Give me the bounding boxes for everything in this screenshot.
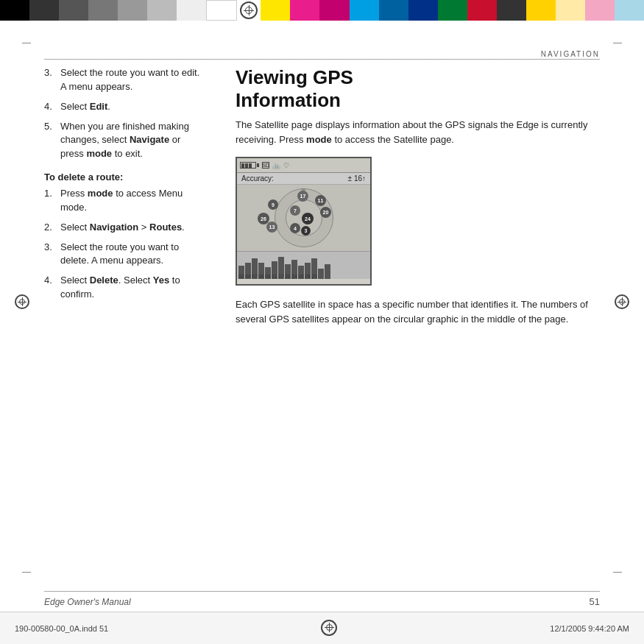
left-crosshair (15, 294, 29, 311)
footer-page-num: 51 (590, 596, 600, 607)
swatch-black2 (497, 0, 526, 21)
swatch-mid (59, 0, 88, 21)
sat-13: 13 (266, 222, 277, 233)
target-crosshair (240, 1, 258, 19)
swatch-yellow (261, 0, 290, 21)
step-text: Press mode to access Menu mode. (60, 187, 206, 215)
swatch-black (0, 0, 29, 21)
right-mark (612, 37, 623, 49)
step-num: 4. (44, 100, 60, 114)
swatch-llgray (147, 0, 177, 21)
nav-divider (44, 59, 600, 60)
accuracy-value: ± 16↑ (348, 174, 366, 183)
right-crosshair (615, 294, 629, 311)
right-column: Viewing GPS Information The Satellite pa… (236, 66, 600, 326)
battery-indicator (240, 162, 259, 169)
swatch-ltpink (585, 0, 615, 21)
footer-manual-title: Edge Owner's Manual (44, 597, 131, 607)
battery-border (240, 162, 256, 169)
left-mark (21, 37, 32, 49)
list-item: 3. Select the route you want to delete. … (44, 241, 206, 269)
step-text: Select Delete. Select Yes to confirm. (60, 274, 206, 302)
step-text: Select Edit. (60, 100, 206, 114)
print-bar: 190-00580-00_0A.indd 51 12/1/2005 9:44:2… (0, 612, 644, 644)
step-num: 2. (44, 221, 60, 235)
step-text: Select the route you want to delete. A m… (60, 241, 206, 269)
color-bar (0, 0, 644, 21)
step-text: When you are finished making changes, se… (60, 120, 206, 162)
swatch-wwhite (206, 0, 237, 21)
left-mark-bottom (21, 566, 32, 578)
swatch-ltcyan (615, 0, 644, 21)
print-date: 12/1/2005 9:44:20 AM (550, 624, 629, 633)
bike-icon: 🚲 (272, 162, 280, 169)
bar-chart: 02 04 07 08 09 11 17 20 24 26 28 29 (237, 251, 370, 279)
navigation-label: Navigation (541, 50, 600, 58)
swatch-gray (88, 0, 118, 21)
heart-icon: ♡ (283, 162, 289, 169)
swatch-dkblue (408, 0, 438, 21)
accuracy-row: Accuracy: ± 16↑ (237, 173, 370, 185)
bat-seg (245, 163, 248, 168)
swatch-gold (526, 0, 556, 21)
step-text: Select the route you want to edit. A men… (60, 66, 206, 94)
swatch-lgray (118, 0, 147, 21)
list-item: 2. Select Navigation > Routes. (44, 221, 206, 235)
print-file: 190-00580-00_0A.indd 51 (15, 624, 108, 633)
list-item: 1. Press mode to access Menu mode. (44, 187, 206, 215)
sd-icon: SD (262, 162, 269, 169)
viewing-desc: The Satellite page displays information … (236, 118, 600, 146)
swatch-blue (379, 0, 408, 21)
delete-route-title: To delete a route: (44, 171, 206, 183)
step-num: 3. (44, 241, 60, 269)
list-item: 4. Select Delete. Select Yes to confirm. (44, 274, 206, 302)
list-item: 4. Select Edit. (44, 100, 206, 114)
gps-screen: SD 🚲 ♡ Accuracy: ± 16↑ N 17 (236, 157, 372, 286)
swatch-dark (29, 0, 59, 21)
left-column: 3. Select the route you want to edit. A … (44, 66, 206, 308)
step-num: 5. (44, 120, 60, 162)
right-mark-bottom (612, 566, 623, 578)
gps-circular-area: N 17 9 11 7 20 24 26 13 4 3 (237, 185, 370, 251)
swatch-white (177, 0, 206, 21)
step-num: 1. (44, 187, 60, 215)
swatch-red (467, 0, 497, 21)
gps-topbar: SD 🚲 ♡ (237, 158, 370, 173)
swatch-pink (290, 0, 319, 21)
bat-seg (249, 163, 252, 168)
viewing-title: Viewing GPS Information (236, 66, 600, 112)
print-crosshair (321, 620, 337, 637)
satellite-desc: Each GPS satellite in space has a specif… (236, 297, 600, 326)
swatch-ltyellow (556, 0, 585, 21)
bat-seg (241, 163, 244, 168)
step-num: 4. (44, 274, 60, 302)
bat-tip (257, 163, 259, 167)
swatch-magenta (319, 0, 349, 21)
target-icon-swatch (237, 0, 261, 21)
page-footer: Edge Owner's Manual 51 (44, 591, 600, 607)
accuracy-label: Accuracy: (241, 174, 274, 183)
bar-numbers: 02 04 07 08 09 11 17 20 24 26 28 29 (237, 274, 370, 279)
list-item: 3. Select the route you want to edit. A … (44, 66, 206, 94)
swatch-cyan (350, 0, 379, 21)
main-content: 3. Select the route you want to edit. A … (44, 66, 600, 585)
step-num: 3. (44, 66, 60, 94)
list-item: 5. When you are finished making changes,… (44, 120, 206, 162)
swatch-green (438, 0, 467, 21)
step-text: Select Navigation > Routes. (60, 221, 206, 235)
